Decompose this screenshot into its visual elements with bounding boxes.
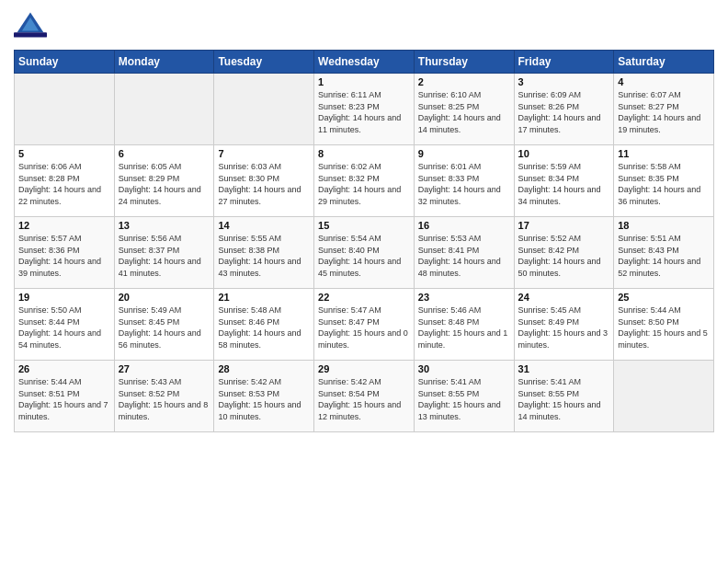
day-number: 17	[518, 220, 610, 231]
calendar-cell: 13Sunrise: 5:56 AM Sunset: 8:37 PM Dayli…	[114, 217, 214, 289]
week-row-3: 12Sunrise: 5:57 AM Sunset: 8:36 PM Dayli…	[15, 217, 714, 289]
day-number: 4	[618, 76, 710, 87]
col-header-thursday: Thursday	[414, 51, 514, 74]
day-detail: Sunrise: 6:05 AM Sunset: 8:29 PM Dayligh…	[119, 161, 210, 207]
col-header-tuesday: Tuesday	[214, 51, 314, 74]
col-header-saturday: Saturday	[614, 51, 714, 74]
day-number: 12	[18, 220, 110, 231]
header-row: SundayMondayTuesdayWednesdayThursdayFrid…	[15, 51, 714, 74]
calendar-cell: 21Sunrise: 5:48 AM Sunset: 8:46 PM Dayli…	[214, 289, 314, 361]
logo	[14, 9, 51, 42]
day-detail: Sunrise: 5:41 AM Sunset: 8:55 PM Dayligh…	[518, 376, 610, 422]
calendar-cell: 22Sunrise: 5:47 AM Sunset: 8:47 PM Dayli…	[314, 289, 415, 361]
day-detail: Sunrise: 5:41 AM Sunset: 8:55 PM Dayligh…	[418, 376, 510, 422]
calendar-cell: 12Sunrise: 5:57 AM Sunset: 8:36 PM Dayli…	[15, 217, 115, 289]
day-number: 28	[218, 363, 310, 374]
calendar-cell: 5Sunrise: 6:06 AM Sunset: 8:28 PM Daylig…	[15, 145, 115, 217]
day-detail: Sunrise: 5:42 AM Sunset: 8:54 PM Dayligh…	[318, 376, 410, 422]
day-detail: Sunrise: 5:52 AM Sunset: 8:42 PM Dayligh…	[518, 233, 610, 279]
calendar-cell: 25Sunrise: 5:44 AM Sunset: 8:50 PM Dayli…	[614, 289, 714, 361]
day-detail: Sunrise: 5:44 AM Sunset: 8:50 PM Dayligh…	[618, 304, 710, 350]
calendar-cell: 3Sunrise: 6:09 AM Sunset: 8:26 PM Daylig…	[514, 74, 614, 145]
day-number: 30	[418, 363, 510, 374]
week-row-4: 19Sunrise: 5:50 AM Sunset: 8:44 PM Dayli…	[15, 289, 714, 361]
day-detail: Sunrise: 5:43 AM Sunset: 8:52 PM Dayligh…	[119, 376, 210, 422]
day-detail: Sunrise: 5:53 AM Sunset: 8:41 PM Dayligh…	[418, 233, 510, 279]
logo-icon	[14, 9, 47, 42]
day-detail: Sunrise: 5:50 AM Sunset: 8:44 PM Dayligh…	[18, 304, 110, 350]
calendar-cell: 15Sunrise: 5:54 AM Sunset: 8:40 PM Dayli…	[314, 217, 415, 289]
calendar-cell	[15, 74, 115, 145]
week-row-2: 5Sunrise: 6:06 AM Sunset: 8:28 PM Daylig…	[15, 145, 714, 217]
day-number: 9	[418, 148, 510, 159]
calendar-cell: 28Sunrise: 5:42 AM Sunset: 8:53 PM Dayli…	[214, 361, 314, 432]
day-detail: Sunrise: 5:59 AM Sunset: 8:34 PM Dayligh…	[518, 161, 610, 207]
day-number: 5	[18, 148, 110, 159]
day-detail: Sunrise: 6:10 AM Sunset: 8:25 PM Dayligh…	[418, 89, 510, 135]
calendar-cell: 9Sunrise: 6:01 AM Sunset: 8:33 PM Daylig…	[414, 145, 514, 217]
day-number: 31	[518, 363, 610, 374]
day-detail: Sunrise: 5:42 AM Sunset: 8:53 PM Dayligh…	[218, 376, 310, 422]
calendar-cell: 14Sunrise: 5:55 AM Sunset: 8:38 PM Dayli…	[214, 217, 314, 289]
calendar-cell: 31Sunrise: 5:41 AM Sunset: 8:55 PM Dayli…	[514, 361, 614, 432]
calendar-cell: 2Sunrise: 6:10 AM Sunset: 8:25 PM Daylig…	[414, 74, 514, 145]
day-number: 23	[418, 292, 510, 303]
day-number: 8	[318, 148, 410, 159]
calendar-cell	[614, 361, 714, 432]
day-number: 1	[318, 76, 410, 87]
day-detail: Sunrise: 5:54 AM Sunset: 8:40 PM Dayligh…	[318, 233, 410, 279]
day-detail: Sunrise: 6:07 AM Sunset: 8:27 PM Dayligh…	[618, 89, 710, 135]
day-number: 18	[618, 220, 710, 231]
day-detail: Sunrise: 6:09 AM Sunset: 8:26 PM Dayligh…	[518, 89, 610, 135]
calendar-cell: 1Sunrise: 6:11 AM Sunset: 8:23 PM Daylig…	[314, 74, 415, 145]
day-number: 2	[418, 76, 510, 87]
day-detail: Sunrise: 6:06 AM Sunset: 8:28 PM Dayligh…	[18, 161, 110, 207]
col-header-friday: Friday	[514, 51, 614, 74]
calendar-cell: 29Sunrise: 5:42 AM Sunset: 8:54 PM Dayli…	[314, 361, 415, 432]
calendar-cell: 11Sunrise: 5:58 AM Sunset: 8:35 PM Dayli…	[614, 145, 714, 217]
calendar-cell: 27Sunrise: 5:43 AM Sunset: 8:52 PM Dayli…	[114, 361, 214, 432]
day-detail: Sunrise: 5:47 AM Sunset: 8:47 PM Dayligh…	[318, 304, 410, 350]
day-detail: Sunrise: 5:49 AM Sunset: 8:45 PM Dayligh…	[119, 304, 210, 350]
calendar-cell: 4Sunrise: 6:07 AM Sunset: 8:27 PM Daylig…	[614, 74, 714, 145]
calendar-cell: 26Sunrise: 5:44 AM Sunset: 8:51 PM Dayli…	[15, 361, 115, 432]
day-number: 14	[218, 220, 310, 231]
week-row-5: 26Sunrise: 5:44 AM Sunset: 8:51 PM Dayli…	[15, 361, 714, 432]
day-number: 11	[618, 148, 710, 159]
calendar-cell: 17Sunrise: 5:52 AM Sunset: 8:42 PM Dayli…	[514, 217, 614, 289]
day-number: 25	[618, 292, 710, 303]
day-number: 22	[318, 292, 410, 303]
day-number: 26	[18, 363, 110, 374]
calendar-cell	[214, 74, 314, 145]
col-header-wednesday: Wednesday	[314, 51, 415, 74]
calendar-table: SundayMondayTuesdayWednesdayThursdayFrid…	[14, 50, 714, 432]
day-number: 6	[119, 148, 210, 159]
page-container: SundayMondayTuesdayWednesdayThursdayFrid…	[0, 0, 728, 563]
day-detail: Sunrise: 6:11 AM Sunset: 8:23 PM Dayligh…	[318, 89, 410, 135]
day-detail: Sunrise: 5:56 AM Sunset: 8:37 PM Dayligh…	[119, 233, 210, 279]
calendar-cell: 19Sunrise: 5:50 AM Sunset: 8:44 PM Dayli…	[15, 289, 115, 361]
calendar-cell	[114, 74, 214, 145]
col-header-sunday: Sunday	[15, 51, 115, 74]
day-number: 21	[218, 292, 310, 303]
day-number: 24	[518, 292, 610, 303]
calendar-cell: 23Sunrise: 5:46 AM Sunset: 8:48 PM Dayli…	[414, 289, 514, 361]
day-detail: Sunrise: 6:02 AM Sunset: 8:32 PM Dayligh…	[318, 161, 410, 207]
header	[14, 9, 714, 42]
calendar-cell: 8Sunrise: 6:02 AM Sunset: 8:32 PM Daylig…	[314, 145, 415, 217]
calendar-cell: 20Sunrise: 5:49 AM Sunset: 8:45 PM Dayli…	[114, 289, 214, 361]
calendar-cell: 10Sunrise: 5:59 AM Sunset: 8:34 PM Dayli…	[514, 145, 614, 217]
day-detail: Sunrise: 5:46 AM Sunset: 8:48 PM Dayligh…	[418, 304, 510, 350]
calendar-cell: 6Sunrise: 6:05 AM Sunset: 8:29 PM Daylig…	[114, 145, 214, 217]
calendar-cell: 18Sunrise: 5:51 AM Sunset: 8:43 PM Dayli…	[614, 217, 714, 289]
day-number: 16	[418, 220, 510, 231]
day-number: 29	[318, 363, 410, 374]
day-number: 7	[218, 148, 310, 159]
day-detail: Sunrise: 5:55 AM Sunset: 8:38 PM Dayligh…	[218, 233, 310, 279]
day-detail: Sunrise: 5:57 AM Sunset: 8:36 PM Dayligh…	[18, 233, 110, 279]
day-number: 19	[18, 292, 110, 303]
day-number: 27	[119, 363, 210, 374]
calendar-cell: 30Sunrise: 5:41 AM Sunset: 8:55 PM Dayli…	[414, 361, 514, 432]
day-number: 3	[518, 76, 610, 87]
svg-rect-2	[14, 32, 47, 37]
